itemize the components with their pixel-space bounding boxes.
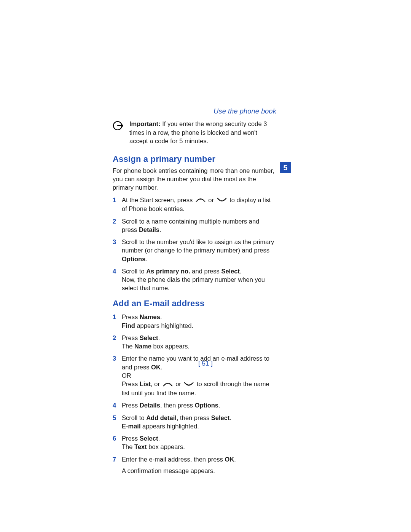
list-item: 1 Press Names. Find appears highlighted. (113, 313, 276, 330)
text-bold: Options (195, 402, 218, 409)
text-bold: Find (122, 322, 135, 329)
step-number: 3 (113, 238, 118, 263)
step-text: Scroll to a name containing multiple num… (122, 217, 276, 234)
step-text: Scroll to the number you'd like to assig… (122, 238, 276, 263)
text-bold: Name (134, 343, 151, 350)
list-item: 6 Press Select. The Text box appears. (113, 434, 276, 451)
list-item: 2 Scroll to a name containing multiple n… (113, 217, 276, 234)
text-bold: OK (225, 456, 234, 463)
scroll-down-key-icon (217, 196, 227, 204)
text-bold: Details (139, 226, 159, 233)
list-item: 4 Press Details, then press Options. (113, 401, 276, 409)
step-number: 6 (113, 434, 118, 451)
text-fragment: Press (122, 435, 140, 442)
list-item: 1 At the Start screen, press or to displ… (113, 196, 276, 213)
text-fragment: . (158, 334, 160, 341)
step-number: 1 (113, 313, 118, 330)
page-running-header: Use the phone book (113, 107, 276, 116)
heading-assign-primary: Assign a primary number (113, 153, 276, 165)
text-bold: List (140, 380, 151, 387)
text-fragment: , or (151, 380, 161, 387)
chapter-tab: 5 (280, 162, 291, 173)
text-fragment: Press (122, 402, 140, 409)
important-icon (113, 120, 124, 145)
scroll-up-key-icon (162, 380, 173, 389)
text-bold: Options (122, 256, 145, 262)
document-page: Use the phone book Important: If you ent… (113, 107, 276, 479)
text-fragment: . (229, 414, 231, 421)
text-fragment: . (218, 402, 220, 409)
step-subtext: The Name box appears. (122, 342, 276, 350)
step-number: 2 (113, 334, 118, 351)
text-bold: Select (211, 414, 230, 421)
text-fragment: Scroll to (122, 414, 146, 421)
step-number: 1 (113, 196, 118, 213)
step-subtext: E-mail appears highlighted. (122, 422, 276, 430)
list-item: 3 Scroll to the number you'd like to ass… (113, 238, 276, 263)
text-fragment: or (174, 380, 183, 387)
text-fragment: box appears. (147, 443, 185, 450)
list-item: 4 Scroll to As primary no. and press Sel… (113, 267, 276, 292)
text-bold: Text (134, 443, 147, 450)
text-fragment: or (207, 197, 216, 203)
list-item: 5 Scroll to Add detail, then press Selec… (113, 414, 276, 431)
text-bold: As primary no. (146, 268, 190, 275)
step-text: Press Names. Find appears highlighted. (122, 313, 276, 330)
step-number: 2 (113, 217, 118, 234)
bracket-right: ] (209, 360, 212, 367)
step-number: 4 (113, 267, 118, 292)
text-fragment: Press (122, 380, 140, 387)
step-subtext: OR (122, 371, 276, 380)
text-bold: Names (140, 313, 160, 320)
heading-add-email: Add an E-mail address (113, 298, 276, 309)
list-item: 7 Enter the e-mail address, then press O… (113, 455, 276, 475)
text-fragment: . (145, 256, 147, 262)
text-fragment: appears highlighted. (135, 322, 193, 329)
text-fragment: The (122, 343, 134, 350)
text-bold: Select (221, 268, 240, 275)
text-fragment: Scroll to the number you'd like to assig… (122, 238, 274, 254)
step-text: At the Start screen, press or to display… (122, 196, 276, 213)
text-bold: E-mail (122, 423, 141, 430)
steps-add-email: 1 Press Names. Find appears highlighted.… (113, 313, 276, 475)
text-fragment: , then press (160, 402, 195, 409)
step-text: Press Select. The Name box appears. (122, 334, 276, 351)
bracket-left: [ (198, 360, 202, 367)
text-fragment: Press (122, 334, 140, 341)
step-number: 7 (113, 455, 118, 475)
scroll-down-key-icon (183, 380, 194, 389)
text-fragment: . (234, 456, 236, 463)
text-bold: Add detail (146, 414, 177, 421)
text-fragment: box appears. (151, 343, 190, 350)
step-subtext: Press List, or or to scroll through the … (122, 380, 276, 397)
step-text: Press Details, then press Options. (122, 401, 276, 409)
text-fragment: Press (122, 313, 140, 320)
step-text: Scroll to Add detail, then press Select.… (122, 414, 276, 431)
page-number: [ 51 ] (0, 359, 411, 368)
text-fragment: Scroll to (122, 268, 146, 275)
text-fragment: , then press (177, 414, 211, 421)
step-subtext: Now, the phone dials the primary number … (122, 275, 276, 292)
step-subtext: A confirmation message appears. (122, 466, 276, 475)
text-fragment: . (159, 226, 161, 233)
text-fragment: appears highlighted. (141, 423, 199, 430)
steps-assign-primary: 1 At the Start screen, press or to displ… (113, 196, 276, 292)
step-number: 5 (113, 414, 118, 431)
text-fragment: . (160, 313, 162, 320)
text-fragment: . (158, 435, 160, 442)
step-subtext: Find appears highlighted. (122, 321, 276, 330)
important-note: Important: If you enter the wrong securi… (113, 120, 276, 145)
text-fragment: . (240, 268, 242, 275)
text-fragment: The (122, 443, 134, 450)
important-label: Important: (129, 120, 161, 127)
scroll-up-key-icon (195, 196, 206, 204)
text-fragment: and press (190, 268, 221, 275)
step-text: Press Select. The Text box appears. (122, 434, 276, 451)
page-number-value: 51 (202, 360, 209, 367)
step-number: 4 (113, 401, 118, 409)
step-subtext: The Text box appears. (122, 443, 276, 451)
list-item: 2 Press Select. The Name box appears. (113, 334, 276, 351)
step-text: Enter the e-mail address, then press OK.… (122, 455, 276, 475)
text-bold: Select (140, 334, 158, 341)
intro-assign-primary: For phone book entries containing more t… (113, 166, 276, 192)
